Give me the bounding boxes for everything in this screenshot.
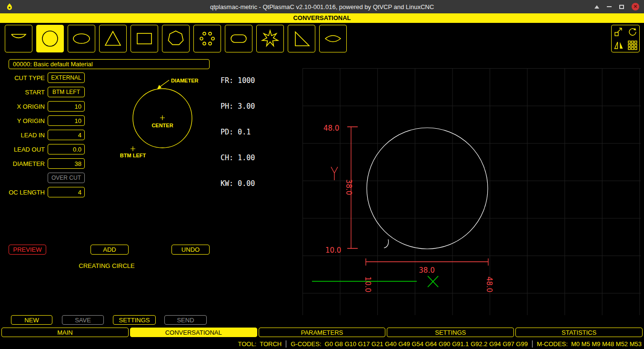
shape-rectangle-button[interactable] [131, 25, 158, 52]
cut-type-button[interactable]: EXTERNAL [48, 72, 85, 83]
shape-star-button[interactable] [256, 25, 284, 52]
bottom-dimension-line [366, 258, 488, 266]
window-title: qtplasmac-metric - QtPlasmaC v2.10-001.0… [210, 3, 434, 10]
tab-settings[interactable]: SETTINGS [387, 328, 514, 337]
shape-bolt-circle-button[interactable] [193, 25, 221, 52]
start-row: START BTM LEFT [0, 87, 110, 97]
y-origin-label: Y ORIGIN [0, 117, 48, 124]
shape-circle-button[interactable] [36, 25, 64, 52]
material-select[interactable]: 00000: Basic default Material [9, 59, 210, 69]
dim-bottom-total: 48.0 [485, 277, 493, 292]
ellipse-icon [71, 28, 92, 49]
gcodes-label: G-CODES: [291, 340, 321, 348]
part-preview-circle [367, 128, 488, 249]
star-icon [260, 28, 281, 49]
restore-icon[interactable] [619, 5, 624, 9]
start-label: START [0, 89, 48, 96]
settings-button[interactable]: SETTINGS [113, 315, 156, 325]
bolt-circle-icon [197, 28, 218, 49]
diameter-input[interactable] [48, 158, 85, 169]
conversational-panel: 00000: Basic default Material CUT TYPE E… [0, 55, 217, 326]
rotate-icon [627, 27, 638, 37]
left-dimension-arrow [331, 167, 338, 180]
diagram-btm-left-label: BTM LEFT [120, 153, 146, 158]
creating-status: CREATING CIRCLE [69, 262, 145, 269]
save-button[interactable]: SAVE [62, 315, 104, 325]
lead-in-row: LEAD IN [0, 130, 110, 140]
preview-canvas[interactable]: FR: 1000 PH: 3.00 PD: 0.1 CH: 1.00 KW: 0… [217, 55, 644, 326]
shape-sector-button[interactable] [319, 25, 347, 52]
circle-icon [40, 28, 60, 49]
shade-window-icon[interactable] [594, 5, 599, 9]
dim-left-origin: 10.0 [325, 246, 341, 255]
lead-out-input[interactable] [48, 144, 85, 154]
slot-icon [228, 28, 249, 49]
array-icon [627, 40, 638, 51]
dim-left-diameter: 38.0 [344, 179, 353, 195]
x-origin-input[interactable] [48, 101, 85, 112]
over-cut-row: OVER CUT [0, 173, 110, 183]
lead-in-label: LEAD IN [0, 132, 48, 139]
minimize-icon[interactable] [607, 6, 612, 7]
shape-utilities-box [611, 25, 640, 52]
x-origin-label: X ORIGIN [0, 103, 48, 110]
y-origin-input[interactable] [48, 115, 85, 126]
shape-polygon-button[interactable] [162, 25, 190, 52]
oc-length-label: OC LENGTH [0, 189, 48, 196]
rotate-button[interactable] [625, 25, 639, 39]
send-button[interactable]: SEND [164, 315, 207, 325]
oc-length-row: OC LENGTH [0, 187, 110, 197]
array-button[interactable] [625, 39, 639, 52]
add-button[interactable]: ADD [91, 245, 129, 255]
shape-gusset-button[interactable] [288, 25, 315, 52]
diagram-center-label: CENTER [151, 123, 173, 128]
lead-in-input[interactable] [48, 130, 85, 140]
shape-line-button[interactable] [5, 25, 32, 52]
mode-banner: CONVERSATIONAL [0, 13, 644, 23]
shape-triangle-button[interactable] [99, 25, 127, 52]
tab-parameters[interactable]: PARAMETERS [259, 328, 386, 337]
titlebar: qtplasmac-metric - QtPlasmaC v2.10-001.0… [0, 0, 644, 13]
rectangle-icon [134, 28, 155, 49]
cut-type-label: CUT TYPE [0, 74, 48, 82]
shape-slot-button[interactable] [225, 25, 252, 52]
diagram-diameter-label: DIAMETER [171, 78, 199, 83]
cut-type-row: CUT TYPE EXTERNAL [0, 72, 110, 83]
triangle-icon [102, 28, 123, 49]
lead-in-path [384, 239, 389, 248]
diameter-row: DIAMETER [0, 158, 110, 169]
new-button[interactable]: NEW [11, 315, 52, 325]
undo-button[interactable]: UNDO [171, 245, 210, 255]
gcodes-value: G0 G8 G10 G17 G21 G40 G49 G54 G64 G90 G9… [325, 340, 528, 348]
scale-button[interactable] [612, 25, 625, 39]
btm-left-cross-icon [131, 146, 135, 151]
y-origin-row: Y ORIGIN [0, 115, 110, 126]
lead-out-row: LEAD OUT [0, 144, 110, 154]
preview-plot: 48.0 38.0 10.0 38.0 10.0 48.0 [217, 55, 644, 326]
polygon-icon [165, 28, 186, 49]
preview-button[interactable]: PREVIEW [9, 245, 46, 255]
dim-left-total: 48.0 [323, 124, 339, 133]
shape-diagram: DIAMETER CENTER BTM LEFT [110, 72, 217, 185]
close-icon[interactable]: ✕ [632, 3, 639, 10]
start-button[interactable]: BTM LEFT [48, 87, 85, 97]
mcodes-label: M-CODES: [537, 340, 568, 348]
tab-statistics[interactable]: STATISTICS [515, 328, 643, 337]
mirror-icon [614, 40, 624, 51]
lead-out-label: LEAD OUT [0, 146, 48, 153]
mirror-button[interactable] [612, 39, 625, 52]
shape-toolbar [0, 23, 644, 55]
tool-label: TOOL: [238, 340, 256, 348]
main-tabs: MAIN CONVERSATIONAL PARAMETERS SETTINGS … [0, 326, 644, 339]
tab-main[interactable]: MAIN [1, 328, 129, 337]
over-cut-button[interactable]: OVER CUT [48, 173, 85, 183]
line-icon [8, 28, 29, 49]
dim-bottom-origin: 10.0 [363, 277, 372, 292]
sector-icon [322, 28, 343, 49]
x-origin-row: X ORIGIN [0, 101, 110, 112]
tab-conversational[interactable]: CONVERSATIONAL [130, 328, 257, 337]
app-logo-icon [6, 3, 13, 10]
shape-ellipse-button[interactable] [68, 25, 95, 52]
oc-length-input[interactable] [48, 187, 85, 197]
origin-x-marker [428, 276, 438, 287]
